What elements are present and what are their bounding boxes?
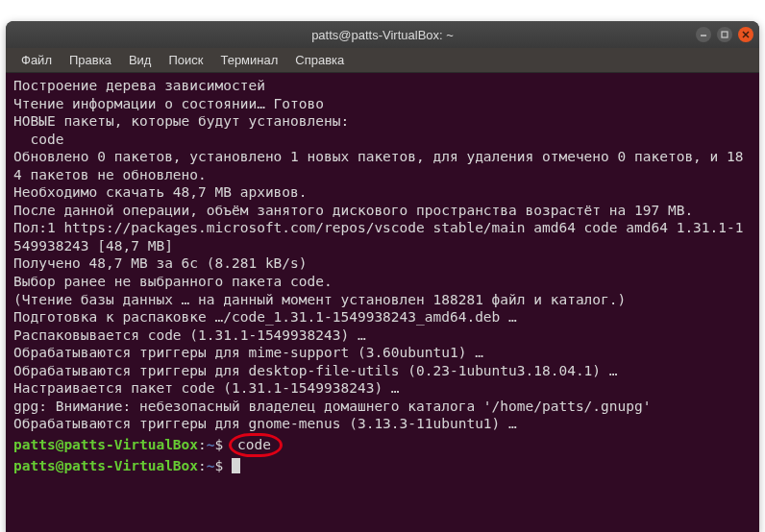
close-button[interactable]	[738, 27, 753, 42]
menubar: Файл Правка Вид Поиск Терминал Справка	[6, 48, 759, 73]
maximize-button[interactable]	[717, 27, 732, 42]
output-line: Чтение информации о состоянии… Готово	[13, 95, 752, 113]
output-line: Выбор ранее не выбранного пакета code.	[13, 273, 752, 291]
output-line: После данной операции, объём занятого ди…	[13, 202, 752, 220]
output-line: Настраивается пакет code (1.31.1-1549938…	[13, 379, 752, 398]
close-icon	[742, 31, 750, 38]
prompt-dollar: $	[215, 437, 224, 452]
menu-search[interactable]: Поиск	[160, 50, 210, 70]
highlight-oval: code	[229, 433, 283, 458]
prompt-dollar: $	[215, 458, 224, 473]
output-line: Подготовка к распаковке …/code_1.31.1-15…	[13, 308, 752, 326]
titlebar: patts@patts-VirtualBox: ~	[6, 21, 759, 48]
menu-edit[interactable]: Правка	[62, 50, 119, 70]
prompt-path: ~	[207, 458, 215, 473]
output-line: Обновлено 0 пакетов, установлено 1 новых…	[13, 148, 752, 183]
menu-help[interactable]: Справка	[287, 50, 352, 70]
window-controls	[696, 27, 753, 42]
maximize-icon	[721, 31, 728, 38]
menu-file[interactable]: Файл	[13, 50, 60, 70]
output-line: Обрабатываются триггеры для desktop-file…	[13, 362, 752, 380]
svg-rect-1	[722, 32, 728, 37]
output-line: Распаковывается code (1.31.1-1549938243)…	[13, 326, 752, 345]
prompt-userhost: patts@patts-VirtualBox	[13, 458, 198, 473]
prompt-sep: :	[198, 458, 207, 473]
terminal-body[interactable]: Построение дерева зависимостей Чтение ин…	[6, 73, 759, 532]
terminal-window: patts@patts-VirtualBox: ~ Файл Правка Ви…	[6, 21, 759, 532]
menu-view[interactable]: Вид	[121, 50, 160, 70]
menu-terminal[interactable]: Терминал	[212, 50, 285, 70]
cursor	[232, 458, 240, 473]
prompt-line: patts@patts-VirtualBox:~$	[13, 457, 752, 475]
output-line: code	[13, 131, 752, 149]
output-line: НОВЫЕ пакеты, которые будут установлены:	[13, 112, 752, 131]
prompt-sep: :	[198, 437, 207, 452]
minimize-button[interactable]	[696, 27, 711, 42]
minimize-icon	[700, 31, 707, 38]
output-line: Обрабатываются триггеры для mime-support…	[13, 344, 752, 362]
window-title: patts@patts-VirtualBox: ~	[311, 28, 454, 42]
output-line: Построение дерева зависимостей	[13, 77, 752, 95]
output-line: gpg: Внимание: небезопасный владелец дом…	[13, 398, 752, 416]
command-text: code	[237, 437, 271, 452]
output-line: Обрабатываются триггеры для gnome-menus …	[13, 415, 752, 433]
output-line: Необходимо скачать 48,7 MB архивов.	[13, 183, 752, 202]
output-line: Получено 48,7 MB за 6с (8.281 kB/s)	[13, 254, 752, 273]
prompt-line: patts@patts-VirtualBox:~$ code	[13, 433, 752, 458]
output-line: Пол:1 https://packages.microsoft.com/rep…	[13, 219, 752, 254]
output-line: (Чтение базы данных … на данный момент у…	[13, 291, 752, 309]
prompt-userhost: patts@patts-VirtualBox	[13, 437, 198, 452]
prompt-path: ~	[207, 437, 215, 452]
